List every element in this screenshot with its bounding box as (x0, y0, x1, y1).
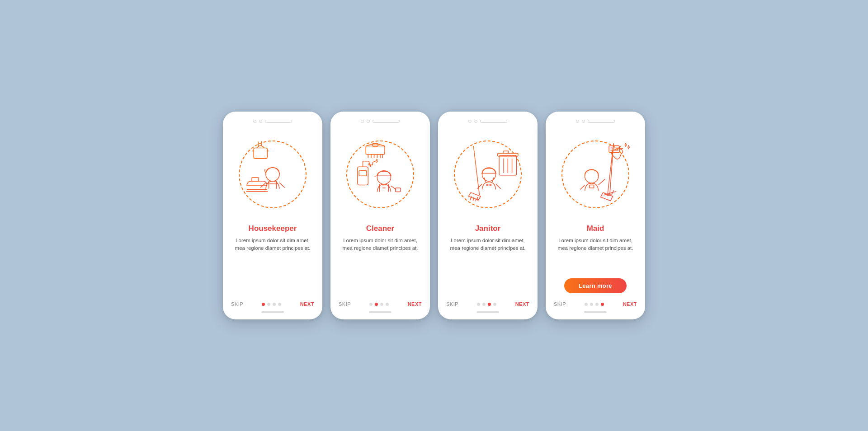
bottom-handle (476, 311, 499, 313)
card-body: Lorem ipsum dolor sit dim amet, mea regi… (446, 237, 529, 293)
next-button[interactable]: NEXT (408, 301, 422, 307)
card-body: Lorem ipsum dolor sit dim amet, mea regi… (339, 237, 422, 293)
status-line (588, 120, 615, 123)
dot-3 (273, 303, 276, 306)
illustration-cleaner (339, 129, 422, 220)
dot-2 (590, 303, 593, 306)
status-dot (253, 120, 256, 123)
next-button[interactable]: NEXT (623, 301, 637, 307)
skip-button[interactable]: SKIP (339, 301, 351, 307)
dot-4 (493, 303, 496, 306)
svg-rect-7 (366, 146, 385, 154)
svg-line-29 (477, 197, 478, 201)
svg-rect-24 (395, 188, 401, 192)
phone-top-bar (361, 120, 400, 123)
card-body: Lorem ipsum dolor sit dim amet, mea regi… (231, 237, 314, 293)
next-button[interactable]: NEXT (515, 301, 529, 307)
svg-point-39 (486, 184, 488, 186)
dot-3 (595, 303, 599, 306)
phone-top-bar (576, 120, 615, 123)
status-dot (474, 120, 477, 123)
skip-button[interactable]: SKIP (231, 301, 243, 307)
illustration-janitor (446, 129, 529, 220)
illustration-maid (554, 129, 637, 220)
bottom-handle (369, 311, 392, 313)
phone-card-janitor: Janitor Lorem ipsum dolor sit dim amet, … (438, 112, 538, 319)
dot-3 (488, 303, 491, 306)
nav-bar: SKIP NEXT (554, 298, 637, 307)
dot-1 (369, 303, 373, 306)
status-dot (367, 120, 370, 123)
nav-bar: SKIP NEXT (231, 298, 314, 307)
status-dot (582, 120, 585, 123)
dot-2 (375, 303, 378, 306)
progress-dots (585, 303, 604, 306)
svg-rect-16 (359, 171, 367, 176)
card-title: Janitor (475, 224, 501, 233)
learn-more-button[interactable]: Learn more (564, 278, 627, 293)
status-dot (576, 120, 579, 123)
progress-dots (477, 303, 496, 306)
phone-card-housekeeper: Housekeeper Lorem ipsum dolor sit dim am… (223, 112, 322, 319)
dot-1 (477, 303, 480, 306)
progress-dots (262, 303, 281, 306)
status-line (265, 120, 292, 123)
screens-container: Housekeeper Lorem ipsum dolor sit dim am… (223, 112, 645, 319)
phone-top-bar (468, 120, 507, 123)
dot-2 (267, 303, 270, 306)
dot-2 (482, 303, 486, 306)
svg-rect-48 (590, 185, 594, 188)
card-body: Lorem ipsum dolor sit dim amet, mea regi… (554, 237, 637, 274)
status-dot (259, 120, 262, 123)
illustration-housekeeper (231, 129, 314, 220)
dot-4 (386, 303, 389, 306)
dot-4 (601, 303, 604, 306)
svg-rect-3 (252, 178, 259, 181)
skip-button[interactable]: SKIP (554, 301, 566, 307)
card-title: Cleaner (366, 224, 394, 233)
status-dot (361, 120, 364, 123)
nav-bar: SKIP NEXT (339, 298, 422, 307)
dot-3 (380, 303, 383, 306)
next-button[interactable]: NEXT (300, 301, 314, 307)
svg-line-28 (476, 198, 476, 201)
progress-dots (369, 303, 389, 306)
bottom-handle (584, 311, 607, 313)
card-title: Maid (587, 224, 604, 233)
phone-card-cleaner: Cleaner Lorem ipsum dolor sit dim amet, … (330, 112, 430, 319)
dot-1 (262, 303, 265, 306)
status-line (480, 120, 507, 123)
skip-button[interactable]: SKIP (446, 301, 458, 307)
phone-top-bar (253, 120, 292, 123)
bottom-handle (261, 311, 284, 313)
dot-1 (585, 303, 588, 306)
dot-4 (278, 303, 281, 306)
card-title: Housekeeper (249, 224, 297, 233)
svg-rect-0 (254, 148, 267, 158)
svg-point-47 (585, 169, 599, 183)
svg-point-40 (490, 184, 491, 186)
svg-point-6 (266, 168, 279, 181)
status-dot (468, 120, 472, 123)
status-line (373, 120, 400, 123)
svg-line-17 (373, 161, 376, 162)
phone-card-maid: Maid Lorem ipsum dolor sit dim amet, mea… (546, 112, 645, 319)
svg-rect-44 (609, 145, 619, 152)
nav-bar: SKIP NEXT (446, 298, 529, 307)
